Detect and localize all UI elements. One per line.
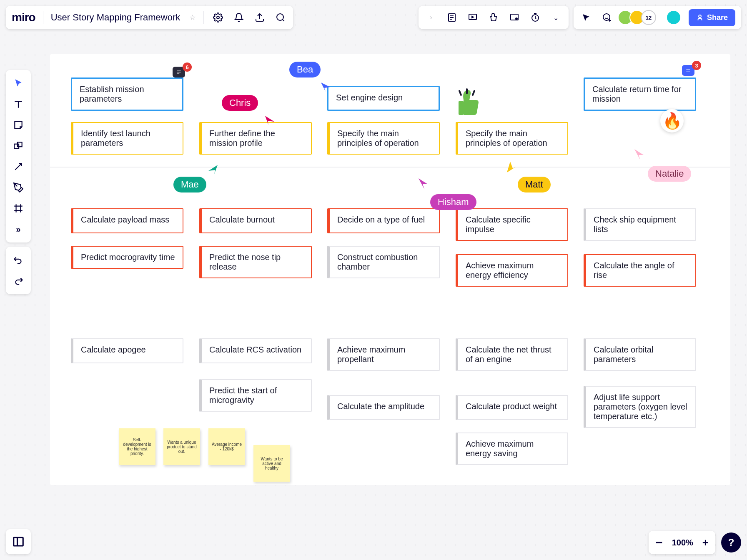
pen-tool[interactable] bbox=[9, 178, 28, 197]
card-red[interactable]: Achieve maximum energy efficiency bbox=[456, 254, 568, 287]
svg-rect-20 bbox=[459, 101, 464, 115]
reactions-icon[interactable] bbox=[600, 11, 614, 24]
card-grey[interactable]: Predict the start of microgravity bbox=[199, 379, 312, 412]
comment-count: 3 bbox=[692, 61, 701, 70]
card-red[interactable]: Calculate burnout bbox=[199, 208, 312, 233]
app-logo[interactable]: miro bbox=[12, 11, 35, 24]
cursor-arrow-icon bbox=[265, 116, 274, 125]
vote-icon[interactable] bbox=[487, 11, 500, 24]
divider bbox=[43, 11, 43, 24]
bell-icon[interactable] bbox=[232, 11, 246, 24]
sticky-note[interactable]: Wants to be active and healthy bbox=[253, 445, 290, 482]
export-icon[interactable] bbox=[253, 11, 266, 24]
thumbs-up-icon bbox=[452, 88, 482, 119]
card-red[interactable]: Calculate the angle of rise bbox=[584, 254, 696, 287]
card-yellow[interactable]: Identify test launch parameters bbox=[71, 122, 183, 155]
frame-tool[interactable] bbox=[9, 199, 28, 218]
card-red[interactable]: Calculate payload mass bbox=[71, 208, 183, 233]
redo-button[interactable] bbox=[9, 272, 28, 290]
card-blue[interactable]: Establish mission parameters bbox=[71, 78, 183, 111]
screen-icon[interactable] bbox=[508, 11, 521, 24]
zoom-in-button[interactable]: + bbox=[702, 536, 709, 549]
svg-point-9 bbox=[516, 18, 517, 20]
share-button[interactable]: Share bbox=[689, 9, 735, 26]
card-red[interactable]: Predict the nose tip release bbox=[199, 246, 312, 278]
cursor-label: Hisham bbox=[430, 194, 476, 210]
star-icon[interactable]: ☆ bbox=[189, 13, 196, 22]
text-tool[interactable] bbox=[9, 95, 28, 113]
cursor-label: Natalie bbox=[648, 166, 691, 182]
arrow-tool[interactable] bbox=[9, 158, 28, 176]
cursor-follow-icon[interactable] bbox=[579, 11, 593, 24]
history-panel bbox=[6, 247, 31, 294]
cursor-arrow-icon bbox=[321, 82, 330, 92]
undo-button[interactable] bbox=[9, 251, 28, 269]
search-icon[interactable] bbox=[274, 11, 287, 24]
cursor-label: Bea bbox=[289, 62, 321, 78]
sticky-note[interactable]: Self-development is the highest priority… bbox=[119, 428, 155, 465]
fire-icon: 🔥 bbox=[660, 109, 684, 132]
svg-rect-21 bbox=[14, 538, 23, 546]
center-tools-panel: › ⌄ bbox=[419, 6, 569, 29]
cursor-label: Matt bbox=[518, 177, 551, 192]
svg-point-1 bbox=[277, 14, 283, 20]
card-red[interactable]: Predict mocrogravity time bbox=[71, 246, 183, 269]
card-grey[interactable]: Calculate RCS activation bbox=[199, 338, 312, 363]
card-yellow[interactable]: Further define the mission profile bbox=[199, 122, 312, 155]
board-title[interactable]: User Story Mapping Framework bbox=[51, 12, 182, 23]
card-grey[interactable]: Calculate the net thrust of an engine bbox=[456, 338, 568, 371]
card-grey[interactable]: Achieve maximum energy saving bbox=[456, 432, 568, 465]
shape-tool[interactable] bbox=[9, 137, 28, 155]
minimap-button[interactable] bbox=[6, 529, 31, 554]
chevron-right-icon[interactable]: › bbox=[424, 11, 438, 24]
svg-marker-7 bbox=[472, 16, 474, 18]
card-red[interactable]: Decide on a type of fuel bbox=[327, 208, 440, 233]
avatars[interactable]: 12 bbox=[621, 10, 656, 25]
svg-point-12 bbox=[699, 15, 701, 18]
card-red[interactable]: Calculate specific impulse bbox=[456, 208, 568, 241]
zoom-panel: − 100% + bbox=[649, 531, 715, 554]
zoom-level[interactable]: 100% bbox=[672, 538, 693, 548]
card-grey[interactable]: Calculate the amplitude bbox=[327, 395, 440, 420]
avatar-self[interactable] bbox=[666, 10, 681, 25]
tools-panel: » bbox=[6, 70, 31, 242]
cursor-arrow-icon bbox=[419, 178, 428, 189]
svg-point-0 bbox=[217, 16, 219, 19]
cursor-arrow-icon bbox=[208, 165, 218, 174]
sticky-note[interactable]: Average income - 120k$ bbox=[208, 428, 245, 465]
help-button[interactable]: ? bbox=[721, 532, 741, 552]
avatar-count[interactable]: 12 bbox=[641, 10, 656, 25]
notes-icon[interactable] bbox=[445, 11, 459, 24]
card-grey[interactable]: Construct combustion chamber bbox=[327, 246, 440, 278]
card-grey[interactable]: Calculate apogee bbox=[71, 338, 183, 363]
more-icon[interactable]: ⌄ bbox=[549, 11, 563, 24]
cursor-label: Chris bbox=[222, 95, 258, 111]
cursor-arrow-icon bbox=[634, 149, 644, 160]
settings-icon[interactable] bbox=[211, 11, 225, 24]
card-grey[interactable]: Achieve maximum propellant bbox=[327, 338, 440, 371]
more-tools[interactable]: » bbox=[9, 220, 28, 238]
card-grey[interactable]: Check ship equipment lists bbox=[584, 208, 696, 241]
cursor-label: Mae bbox=[173, 177, 206, 192]
cursor-arrow-icon bbox=[507, 162, 516, 172]
card-grey[interactable]: Calculate orbital parameters bbox=[584, 338, 696, 371]
present-icon[interactable] bbox=[466, 11, 479, 24]
card-yellow[interactable]: Specify the main principles of operation bbox=[327, 122, 440, 155]
svg-point-11 bbox=[603, 14, 610, 20]
svg-rect-13 bbox=[14, 144, 19, 149]
board-panel: miro User Story Mapping Framework ☆ bbox=[6, 6, 293, 29]
timer-icon[interactable] bbox=[529, 11, 542, 24]
divider bbox=[203, 11, 204, 24]
zoom-out-button[interactable]: − bbox=[655, 535, 663, 550]
card-blue[interactable]: Set engine design bbox=[327, 86, 440, 111]
share-label: Share bbox=[707, 13, 728, 22]
card-grey[interactable]: Adjust life support parameters (oxygen l… bbox=[584, 386, 696, 428]
card-blue[interactable]: Calculate return time for mission bbox=[584, 78, 696, 111]
sticky-note[interactable]: Wants a unique product to stand out. bbox=[163, 428, 200, 465]
select-tool[interactable] bbox=[9, 74, 28, 92]
canvas-separator bbox=[50, 167, 730, 168]
card-yellow[interactable]: Specify the main principles of operation bbox=[456, 122, 568, 155]
comment-count: 6 bbox=[183, 62, 192, 72]
sticky-tool[interactable] bbox=[9, 116, 28, 134]
card-grey[interactable]: Calculate product weight bbox=[456, 395, 568, 420]
